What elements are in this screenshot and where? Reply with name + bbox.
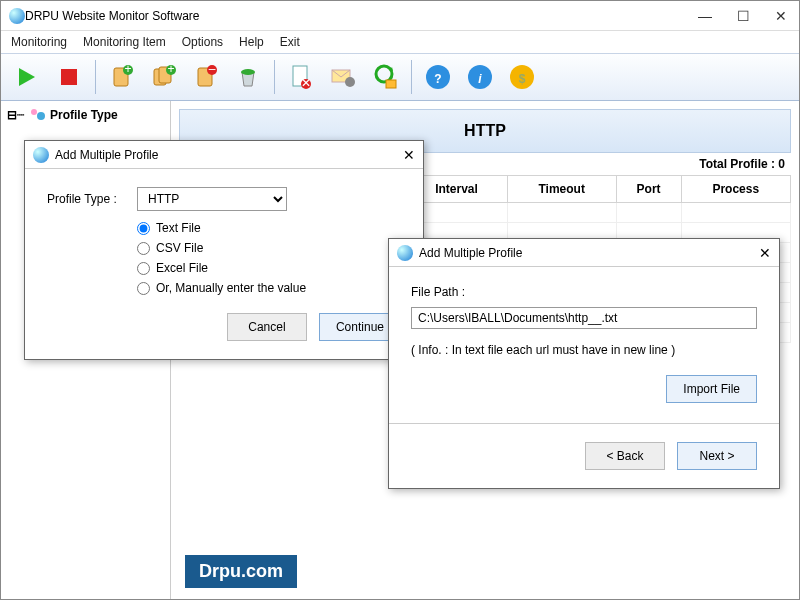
dialog-icon (397, 245, 413, 261)
mail-settings-icon[interactable] (325, 59, 361, 95)
radio-manual-label: Or, Manually enter the value (156, 281, 306, 295)
dialog1-close-icon[interactable]: ✕ (403, 147, 415, 163)
svg-text:✕: ✕ (301, 76, 311, 90)
radio-csv-file[interactable] (137, 242, 150, 255)
profile-type-icon (28, 107, 46, 123)
dialog-add-multiple-profile-2: Add Multiple Profile ✕ File Path : ( Inf… (388, 238, 780, 489)
clipboard-add-icon[interactable]: + (104, 59, 140, 95)
radio-excel-file-label: Excel File (156, 261, 208, 275)
svg-point-27 (37, 112, 45, 120)
svg-text:+: + (167, 64, 174, 76)
col-port[interactable]: Port (616, 176, 681, 203)
svg-text:?: ? (434, 72, 441, 86)
svg-rect-1 (61, 69, 77, 85)
maximize-button[interactable]: ☐ (733, 8, 753, 24)
radio-excel-file[interactable] (137, 262, 150, 275)
profile-type-select[interactable]: HTTP (137, 187, 287, 211)
toolbar: + + – ✕ ? i $ (1, 53, 799, 101)
dialog2-close-icon[interactable]: ✕ (759, 245, 771, 261)
import-file-button[interactable]: Import File (666, 375, 757, 403)
close-button[interactable]: ✕ (771, 8, 791, 24)
svg-text:+: + (124, 64, 131, 76)
dialog-add-multiple-profile-1: Add Multiple Profile ✕ Profile Type : HT… (24, 140, 424, 360)
col-process[interactable]: Process (681, 176, 790, 203)
tree-root-label: Profile Type (50, 108, 118, 122)
titlebar: DRPU Website Monitor Software — ☐ ✕ (1, 1, 799, 31)
radio-csv-file-label: CSV File (156, 241, 203, 255)
window-title: DRPU Website Monitor Software (25, 9, 695, 23)
tree-toggle-icon[interactable]: ⊟┈ (7, 108, 24, 122)
back-button[interactable]: < Back (585, 442, 665, 470)
cancel-button[interactable]: Cancel (227, 313, 307, 341)
col-timeout[interactable]: Timeout (507, 176, 616, 203)
menu-options[interactable]: Options (182, 35, 223, 49)
purchase-icon[interactable]: $ (504, 59, 540, 95)
menu-exit[interactable]: Exit (280, 35, 300, 49)
radio-text-file-label: Text File (156, 221, 201, 235)
help-icon[interactable]: ? (420, 59, 456, 95)
refresh-save-icon[interactable] (367, 59, 403, 95)
svg-text:$: $ (519, 72, 526, 86)
status-right: Total Profile : 0 (699, 157, 785, 171)
minimize-button[interactable]: — (695, 8, 715, 24)
app-icon (9, 8, 25, 24)
file-path-input[interactable] (411, 307, 757, 329)
menu-monitoring-item[interactable]: Monitoring Item (83, 35, 166, 49)
dialog-icon (33, 147, 49, 163)
stop-icon[interactable] (51, 59, 87, 95)
radio-manual[interactable] (137, 282, 150, 295)
document-delete-icon[interactable]: ✕ (283, 59, 319, 95)
radio-text-file[interactable] (137, 222, 150, 235)
svg-point-26 (31, 109, 37, 115)
svg-rect-19 (386, 80, 396, 88)
menu-help[interactable]: Help (239, 35, 264, 49)
file-path-label: File Path : (411, 285, 757, 299)
menubar: Monitoring Monitoring Item Options Help … (1, 31, 799, 53)
svg-point-12 (241, 69, 255, 75)
play-icon[interactable] (9, 59, 45, 95)
info-icon[interactable]: i (462, 59, 498, 95)
clipboard-multi-add-icon[interactable]: + (146, 59, 182, 95)
clipboard-remove-icon[interactable]: – (188, 59, 224, 95)
next-button[interactable]: Next > (677, 442, 757, 470)
menu-monitoring[interactable]: Monitoring (11, 35, 67, 49)
dialog1-title: Add Multiple Profile (55, 148, 403, 162)
svg-marker-0 (19, 68, 35, 86)
file-info-text: ( Info. : In text file each url must hav… (411, 343, 757, 357)
svg-text:–: – (209, 64, 216, 76)
svg-point-17 (345, 77, 355, 87)
trash-icon[interactable] (230, 59, 266, 95)
tree-root[interactable]: ⊟┈ Profile Type (7, 107, 164, 123)
profile-type-label: Profile Type : (47, 192, 127, 206)
dialog2-title: Add Multiple Profile (419, 246, 759, 260)
watermark: Drpu.com (185, 555, 297, 588)
